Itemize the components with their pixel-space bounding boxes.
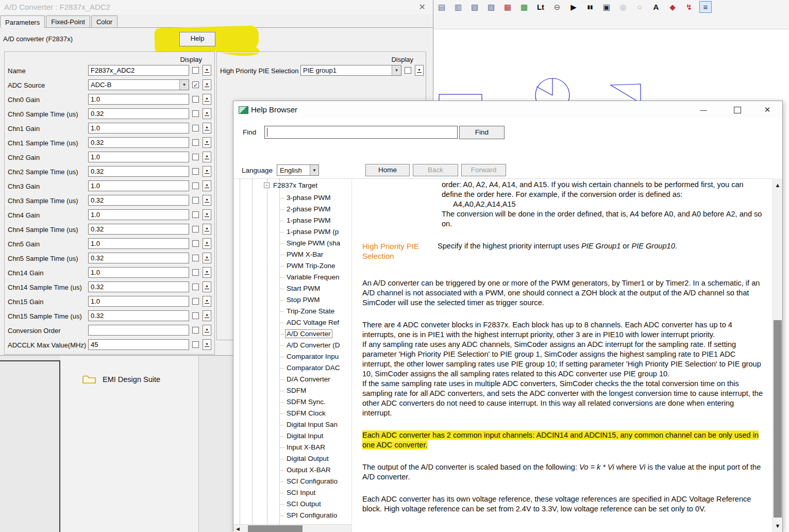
display-checkbox[interactable] — [192, 211, 199, 218]
tree-item[interactable]: 2-phase PWM — [233, 204, 351, 215]
param-input[interactable] — [88, 310, 189, 321]
param-input[interactable] — [88, 209, 189, 220]
tree-item[interactable]: Single PWM (sha — [233, 238, 351, 249]
tree-item[interactable]: Trip-Zone State — [233, 306, 351, 317]
tree-item[interactable]: SPI Configuratio — [233, 510, 351, 521]
display-checkbox[interactable] — [192, 226, 199, 232]
tree-item[interactable]: SCI Input — [233, 487, 351, 498]
display-checkbox[interactable] — [192, 312, 199, 319]
display-checkbox[interactable] — [192, 284, 199, 290]
param-input[interactable] — [88, 325, 189, 336]
lt-icon[interactable]: Lt — [534, 1, 547, 13]
document-stamp-icon[interactable]: ▥ — [452, 1, 464, 13]
tree-item[interactable]: Digital Input San — [233, 419, 351, 430]
param-input[interactable] — [88, 108, 189, 119]
display-checkbox[interactable] — [192, 110, 199, 117]
display-options-button[interactable]: ▼ — [203, 152, 211, 162]
help-button[interactable]: Help — [179, 32, 215, 46]
tree-item-label[interactable]: SDFM — [285, 387, 308, 394]
help-browser-titlebar[interactable]: Help Browser — ✕ — [233, 101, 782, 119]
script-icon[interactable]: ◆ — [666, 1, 679, 13]
tree-item[interactable]: Digital Output — [233, 453, 351, 464]
scroll-up-icon[interactable]: ▲ — [773, 178, 782, 192]
library-item-emi-design-suite[interactable]: EMI Design Suite — [82, 374, 160, 385]
tree-item-label[interactable]: Digital Input — [285, 432, 325, 440]
tree-item-label[interactable]: SDFM Clock — [285, 409, 327, 417]
tree-item-label[interactable]: ADC Voltage Ref — [285, 319, 341, 326]
tree-item[interactable]: 1-phase PWM (p — [233, 226, 351, 238]
tree-item[interactable]: ADC Voltage Ref — [233, 317, 351, 328]
element-list-icon[interactable]: ≡ — [699, 1, 712, 13]
param-input[interactable] — [88, 137, 189, 148]
display-options-button[interactable]: ▼ — [203, 195, 211, 206]
scroll-down-icon[interactable]: ▼ — [773, 519, 782, 532]
display-options-button[interactable]: ▼ — [203, 310, 211, 321]
display-options-button[interactable]: ▼ — [203, 65, 211, 76]
display-checkbox[interactable] — [192, 341, 199, 348]
tree-item-label[interactable]: SDFM Sync. — [285, 398, 327, 406]
param-input[interactable] — [88, 267, 189, 278]
display-checkbox[interactable] — [405, 67, 411, 74]
probe-icon[interactable]: ◎ — [617, 1, 629, 13]
tree-item-label[interactable]: Start PWM — [285, 285, 322, 292]
tree-item[interactable]: A/D Converter — [233, 328, 351, 340]
minimize-icon[interactable]: — — [696, 104, 711, 115]
maximize-icon[interactable] — [730, 104, 745, 115]
content-vertical-scrollbar[interactable]: ▲ ▼ — [773, 178, 782, 532]
pause-simulation-icon[interactable]: ▮▮ — [584, 1, 596, 13]
display-checkbox[interactable] — [192, 154, 199, 160]
stop-icon[interactable]: ⊖ — [551, 1, 563, 13]
tab-color[interactable]: Color — [91, 15, 117, 27]
tree-item-label[interactable]: SCI Output — [285, 500, 323, 508]
tree-item-label[interactable]: PWM X-Bar — [285, 251, 325, 258]
scrollbar-thumb[interactable] — [248, 525, 303, 532]
back-button[interactable]: Back — [413, 164, 458, 176]
chevron-down-icon[interactable]: ▼ — [310, 165, 318, 175]
hatch-icon[interactable]: ▩ — [518, 1, 530, 13]
display-options-button[interactable]: ▼ — [203, 325, 211, 336]
runner-icon[interactable]: ↯ — [683, 1, 695, 13]
tree-item[interactable]: PWM Trip-Zone — [233, 260, 351, 272]
text-tool-icon[interactable]: A — [650, 1, 662, 13]
tree-item[interactable]: SCI Configuratio — [233, 476, 351, 487]
display-checkbox[interactable] — [192, 168, 199, 175]
tree-item-label[interactable]: Input X-BAR — [285, 443, 327, 451]
display-checkbox[interactable] — [192, 255, 199, 261]
tree-item[interactable]: PWM X-Bar — [233, 249, 351, 260]
display-checkbox[interactable] — [192, 67, 199, 74]
new-document-icon[interactable]: ▤ — [435, 1, 448, 13]
param-select[interactable]: PIE group1▼ — [300, 65, 401, 76]
tree-item[interactable]: Comparator DAC — [233, 362, 351, 374]
tab-parameters[interactable]: Parameters — [0, 15, 45, 28]
display-checkbox[interactable] — [192, 182, 199, 189]
tree-item-label[interactable]: Comparator Inpu — [285, 353, 340, 360]
document-hand2-icon[interactable]: ▨ — [485, 1, 497, 13]
display-options-button[interactable]: ▼ — [203, 339, 211, 350]
simview-icon[interactable]: ▣ — [600, 1, 613, 13]
display-checkbox[interactable] — [192, 240, 199, 247]
tree-item[interactable]: SDFM Sync. — [233, 396, 351, 408]
param-input[interactable] — [88, 296, 189, 307]
tree-item-label[interactable]: SCI Configuratio — [285, 477, 339, 485]
tree-item-label[interactable]: Trip-Zone State — [285, 307, 336, 315]
display-checkbox[interactable] — [192, 269, 199, 276]
tree-root-label[interactable]: F2837x Target — [273, 181, 317, 189]
display-options-button[interactable]: ▼ — [203, 209, 211, 220]
find-button[interactable]: Find — [459, 126, 505, 139]
tree-item[interactable]: A/D Converter (D — [233, 340, 351, 351]
display-options-button[interactable]: ▼ — [203, 166, 211, 177]
param-input[interactable] — [88, 152, 189, 162]
tree-item-label[interactable]: 1-phase PWM (p — [285, 228, 340, 236]
document-hand-icon[interactable]: ▧ — [468, 1, 481, 13]
language-select[interactable]: English ▼ — [277, 164, 319, 176]
tree-item[interactable]: SDFM — [233, 385, 351, 396]
tree-item-label[interactable]: PWM Trip-Zone — [285, 262, 337, 270]
param-input[interactable] — [88, 281, 189, 292]
tree-item[interactable]: Variable Frequen — [233, 272, 351, 283]
tree-item-label[interactable]: Variable Frequen — [285, 273, 341, 281]
subcircuit-icon[interactable]: ▦ — [501, 1, 514, 13]
display-checkbox[interactable]: ✓ — [192, 81, 199, 88]
display-options-button[interactable]: ▼ — [203, 281, 211, 292]
tree-item[interactable]: Input X-BAR — [233, 442, 351, 453]
display-checkbox[interactable] — [192, 125, 199, 131]
